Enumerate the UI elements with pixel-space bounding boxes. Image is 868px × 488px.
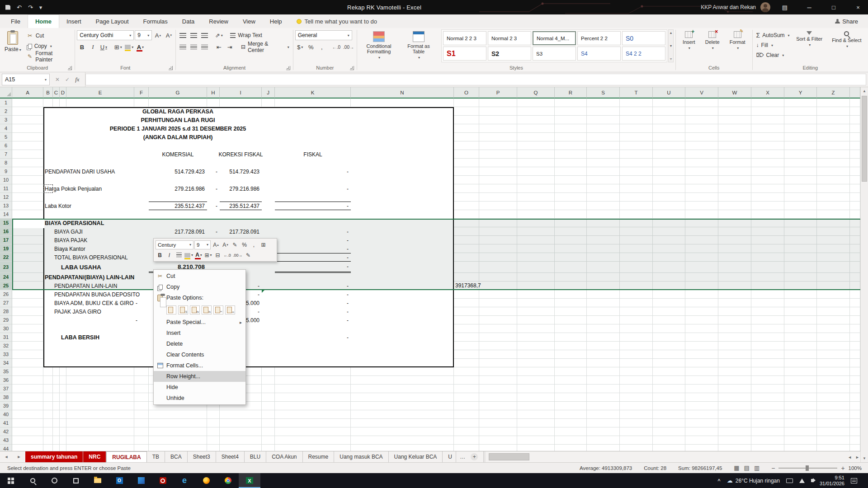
cell-J40[interactable]: [262, 410, 275, 419]
cell-U8[interactable]: [653, 159, 685, 167]
cell-D2[interactable]: [60, 107, 66, 116]
cell-O9[interactable]: [454, 167, 479, 176]
cell-F42[interactable]: [134, 427, 149, 436]
cell-W28[interactable]: [718, 307, 751, 316]
row-header-30[interactable]: 30: [0, 324, 12, 333]
cell-Y2[interactable]: [784, 107, 817, 116]
cell-F23[interactable]: [134, 262, 149, 273]
gallery-up-button[interactable]: ▴: [670, 31, 672, 35]
cell-V34[interactable]: [685, 359, 718, 367]
cell-S13[interactable]: [587, 202, 620, 210]
cell-filler-16[interactable]: [850, 227, 860, 236]
cell-R24[interactable]: [555, 273, 587, 282]
cell-U19[interactable]: [653, 244, 685, 253]
cell-W7[interactable]: [718, 150, 751, 159]
cell-B27[interactable]: [43, 299, 53, 307]
cell-Q15[interactable]: [517, 219, 555, 227]
cell-D10[interactable]: [60, 176, 66, 184]
cell-P5[interactable]: [479, 133, 517, 141]
cell-B32[interactable]: [43, 342, 53, 350]
cell-U36[interactable]: [653, 376, 685, 385]
cell-filler-9[interactable]: [850, 167, 860, 176]
menu-item-format-cells[interactable]: Format Cells...: [154, 360, 245, 371]
cell-O16[interactable]: [454, 227, 479, 236]
cell-Q44[interactable]: [517, 445, 555, 451]
cell-F38[interactable]: [134, 393, 149, 402]
menu-item-paste-options[interactable]: Paste Options:: [154, 292, 245, 303]
cell-Q38[interactable]: [517, 393, 555, 402]
cell-W17[interactable]: [718, 236, 751, 244]
cell-K3[interactable]: [275, 116, 351, 124]
cell-T27[interactable]: [620, 299, 653, 307]
cell-K32[interactable]: [275, 342, 351, 350]
cell-R9[interactable]: [555, 167, 587, 176]
cell-T30[interactable]: [620, 324, 653, 333]
cell-U32[interactable]: [653, 342, 685, 350]
cell-Z9[interactable]: [817, 167, 850, 176]
cell-S40[interactable]: [587, 410, 620, 419]
start-icon[interactable]: [0, 473, 22, 488]
cell-C26[interactable]: PENDAPATAN BUNGA DEPOSITO: [53, 290, 60, 299]
sheet-tab-rugilaba[interactable]: RUGILABA: [106, 451, 146, 462]
cell-F27[interactable]: -: [134, 299, 149, 307]
cell-V17[interactable]: [685, 236, 718, 244]
cell-N34[interactable]: [351, 359, 454, 367]
cell-D8[interactable]: [60, 159, 66, 167]
cell-V9[interactable]: [685, 167, 718, 176]
cell-G44[interactable]: [149, 445, 207, 451]
cell-B23[interactable]: [43, 262, 53, 273]
cell-N30[interactable]: [351, 324, 454, 333]
cell-D39[interactable]: [60, 402, 66, 410]
cell-O12[interactable]: [454, 193, 479, 202]
cell-R27[interactable]: [555, 299, 587, 307]
tab-file[interactable]: File: [4, 14, 28, 28]
cell-U42[interactable]: [653, 427, 685, 436]
cell-O6[interactable]: [454, 141, 479, 150]
cell-Y41[interactable]: [784, 419, 817, 427]
cell-Q24[interactable]: [517, 273, 555, 282]
cell-X44[interactable]: [751, 445, 784, 451]
cell-N14[interactable]: [351, 210, 454, 219]
cell-A39[interactable]: [12, 402, 43, 410]
cell-Y15[interactable]: [784, 219, 817, 227]
cell-F10[interactable]: [134, 176, 149, 184]
cell-R1[interactable]: [555, 99, 587, 107]
cell-Y29[interactable]: [784, 316, 817, 324]
cell-S37[interactable]: [587, 385, 620, 393]
cell-I41[interactable]: [220, 419, 262, 427]
cell-S26[interactable]: [587, 290, 620, 299]
cell-W9[interactable]: [718, 167, 751, 176]
cell-Z8[interactable]: [817, 159, 850, 167]
cell-H13[interactable]: -: [207, 202, 220, 210]
insert-cells-button[interactable]: Insert ▾: [678, 29, 700, 51]
cell-F7[interactable]: [134, 150, 149, 159]
cell-A26[interactable]: [12, 290, 43, 299]
cell-E38[interactable]: [66, 393, 134, 402]
cell-R17[interactable]: [555, 236, 587, 244]
cell-V19[interactable]: [685, 244, 718, 253]
cell-B8[interactable]: [43, 159, 53, 167]
cell-W2[interactable]: [718, 107, 751, 116]
cell-P41[interactable]: [479, 419, 517, 427]
paste-option-icon[interactable]: [190, 305, 200, 314]
cell-X16[interactable]: [751, 227, 784, 236]
cell-K10[interactable]: [275, 176, 351, 184]
cell-I9[interactable]: 514.729.423: [220, 167, 262, 176]
cell-G41[interactable]: [149, 419, 207, 427]
row-header-11[interactable]: 11: [0, 184, 12, 193]
cell-S15[interactable]: [587, 219, 620, 227]
cell-N19[interactable]: [351, 244, 454, 253]
cell-X27[interactable]: [751, 299, 784, 307]
cell-Z39[interactable]: [817, 402, 850, 410]
cell-W24[interactable]: [718, 273, 751, 282]
cell-B22[interactable]: [43, 253, 53, 262]
mini-table-button[interactable]: ⊞: [259, 240, 268, 249]
acrobat-icon[interactable]: [152, 473, 174, 488]
cell-O29[interactable]: [454, 316, 479, 324]
cell-W31[interactable]: [718, 333, 751, 342]
cell-X1[interactable]: [751, 99, 784, 107]
row-header-14[interactable]: 14: [0, 210, 12, 219]
column-header-K[interactable]: K: [275, 87, 351, 99]
cell-U24[interactable]: [653, 273, 685, 282]
cell-T38[interactable]: [620, 393, 653, 402]
